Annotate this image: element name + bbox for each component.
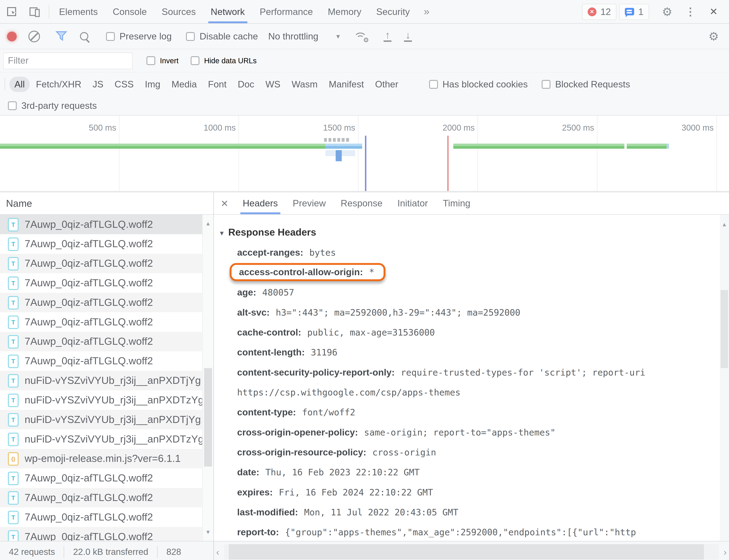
request-row[interactable]: T 7Auwp_0qiz-afTLGLQ.woff2 xyxy=(0,527,203,541)
request-row[interactable]: T 7Auwp_0qiz-afTLGLQ.woff2 xyxy=(0,332,203,351)
third-party-checkbox[interactable] xyxy=(8,101,17,110)
main-tab[interactable]: Memory xyxy=(320,0,369,23)
request-row[interactable]: T nuFiD-vYSZviVYUb_rj3ij__anPXDTzYg xyxy=(0,429,203,449)
throttling-dropdown[interactable]: No throttling ▼ xyxy=(268,31,341,42)
main-tab[interactable]: Console xyxy=(105,0,154,23)
divider xyxy=(5,78,5,90)
detail-tab[interactable]: Response xyxy=(333,192,390,214)
detail-scrollbar[interactable]: ▲ xyxy=(720,215,729,541)
close-detail-icon[interactable]: ✕ xyxy=(214,192,235,214)
network-conditions-icon[interactable]: ⚙ xyxy=(353,31,367,42)
hide-data-urls-label: Hide data URLs xyxy=(204,56,257,65)
issues-badge[interactable]: 1 xyxy=(619,4,649,20)
request-row[interactable]: T 7Auwp_0qiz-afTLGLQ.woff2 xyxy=(0,469,203,488)
error-count-badge[interactable]: ✕ 12 xyxy=(582,4,616,20)
request-row[interactable]: T 7Auwp_0qiz-afTLGLQ.woff2 xyxy=(0,215,203,234)
disable-cache-checkbox[interactable] xyxy=(186,32,195,41)
main-tab[interactable]: Network xyxy=(203,0,252,23)
network-toolbar: Preserve log Disable cache No throttling… xyxy=(0,24,729,49)
response-headers-section-title[interactable]: ▾Response Headers xyxy=(214,222,720,243)
request-row[interactable]: T 7Auwp_0qiz-afTLGLQ.woff2 xyxy=(0,234,203,254)
resource-type-icon: T xyxy=(8,471,19,485)
scroll-up-icon[interactable]: ▲ xyxy=(720,221,729,228)
scroll-left-icon[interactable]: ‹ xyxy=(216,547,219,557)
horizontal-scrollbar[interactable] xyxy=(224,544,719,559)
type-filter-chip[interactable]: All xyxy=(9,76,30,92)
search-button[interactable] xyxy=(73,32,95,40)
scrollbar-thumb[interactable] xyxy=(204,368,212,466)
inspect-element-icon[interactable] xyxy=(0,0,23,23)
header-line: report-to:{"group":"apps-themes","max_ag… xyxy=(237,529,636,537)
request-row[interactable]: T nuFiD-vYSZviVYUb_rj3ij__anPXDTjYg xyxy=(0,371,203,390)
network-settings-gear-icon[interactable]: ⚙ xyxy=(702,30,725,43)
import-har-button[interactable]: ↑ xyxy=(377,31,398,42)
request-name: 7Auwp_0qiz-afTLGLQ.woff2 xyxy=(25,296,153,309)
main-tab[interactable]: Security xyxy=(369,0,417,23)
main-tab[interactable]: Elements xyxy=(52,0,105,23)
request-row[interactable]: T 7Auwp_0qiz-afTLGLQ.woff2 xyxy=(0,293,203,312)
preserve-log-checkbox[interactable] xyxy=(106,32,115,41)
request-name: 7Auwp_0qiz-afTLGLQ.woff2 xyxy=(25,277,153,289)
clear-button[interactable] xyxy=(23,30,45,42)
detail-tab[interactable]: Initiator xyxy=(390,192,435,214)
request-row[interactable]: T 7Auwp_0qiz-afTLGLQ.woff2 xyxy=(0,273,203,293)
hide-data-urls-checkbox[interactable] xyxy=(191,56,199,65)
has-blocked-cookies-checkbox[interactable] xyxy=(429,80,438,89)
invert-checkbox[interactable] xyxy=(146,56,155,65)
scrollbar-thumb[interactable] xyxy=(229,544,704,559)
type-filter-chip[interactable]: Doc xyxy=(233,76,259,92)
request-row[interactable]: {} wp-emoji-release.min.js?ver=6.1.1 xyxy=(0,449,203,469)
request-list-scrollbar[interactable]: ▲ ▼ xyxy=(202,215,213,541)
type-filter-chip[interactable]: JS xyxy=(87,76,108,92)
scroll-up-icon[interactable]: ▲ xyxy=(203,220,213,227)
request-row[interactable]: T 7Auwp_0qiz-afTLGLQ.woff2 xyxy=(0,507,203,527)
type-filter-chip[interactable]: Img xyxy=(140,76,165,92)
type-filter-chip[interactable]: Other xyxy=(370,76,403,92)
request-row[interactable]: T 7Auwp_0qiz-afTLGLQ.woff2 xyxy=(0,312,203,332)
request-name: 7Auwp_0qiz-afTLGLQ.woff2 xyxy=(25,355,153,367)
scroll-down-icon[interactable]: ▼ xyxy=(203,529,213,535)
record-button[interactable] xyxy=(0,31,23,41)
main-tab[interactable]: Sources xyxy=(154,0,203,23)
filter-toggle-button[interactable] xyxy=(50,31,73,42)
detail-tab[interactable]: Timing xyxy=(435,192,478,214)
section-title-text: Response Headers xyxy=(228,227,316,238)
record-icon xyxy=(7,31,17,41)
header-name: cross-origin-resource-policy: xyxy=(237,447,366,457)
request-row[interactable]: T nuFiD-vYSZviVYUb_rj3ij__anPXDTjYg xyxy=(0,410,203,429)
overview-bar-blue xyxy=(325,144,362,149)
type-filter-chip[interactable]: Wasm xyxy=(286,76,323,92)
scrollbar-thumb[interactable] xyxy=(721,290,728,368)
main-tab[interactable]: Performance xyxy=(252,0,320,23)
more-tabs-icon[interactable]: » xyxy=(417,0,436,23)
preserve-log-option: Preserve log xyxy=(106,31,172,42)
request-row[interactable]: T 7Auwp_0qiz-afTLGLQ.woff2 xyxy=(0,351,203,371)
type-filter-chip[interactable]: CSS xyxy=(109,76,139,92)
detail-tab[interactable]: Headers xyxy=(235,192,285,214)
scroll-right-icon[interactable]: › xyxy=(724,547,727,557)
kebab-menu-icon[interactable]: ⋮ xyxy=(679,5,702,18)
header-name: expires: xyxy=(237,487,273,497)
name-column-header[interactable]: Name xyxy=(0,192,213,215)
status-item: 828 xyxy=(157,546,190,558)
export-har-button[interactable]: ↓ xyxy=(398,31,418,42)
network-overview-timeline[interactable]: 500 ms 1000 ms 1500 ms 2000 ms 2500 ms 3… xyxy=(0,116,729,192)
type-filter-chip[interactable]: Manifest xyxy=(324,76,369,92)
type-filter-chip[interactable]: Media xyxy=(166,76,202,92)
request-row[interactable]: T 7Auwp_0qiz-afTLGLQ.woff2 xyxy=(0,488,203,507)
request-row[interactable]: T 7Auwp_0qiz-afTLGLQ.woff2 xyxy=(0,254,203,273)
timeline-tick-label: 1500 ms xyxy=(323,123,355,133)
type-filter-chip[interactable]: Font xyxy=(203,76,232,92)
device-toolbar-icon[interactable] xyxy=(23,0,46,23)
type-filter-chip[interactable]: WS xyxy=(260,76,286,92)
close-devtools-icon[interactable]: ✕ xyxy=(702,6,725,17)
third-party-option: 3rd-party requests xyxy=(8,100,97,111)
blocked-requests-checkbox[interactable] xyxy=(542,80,551,89)
filter-input[interactable] xyxy=(3,52,133,69)
settings-gear-icon[interactable]: ⚙ xyxy=(656,5,679,18)
request-row[interactable]: T nuFiD-vYSZviVYUb_rj3ij__anPXDTzYg xyxy=(0,390,203,410)
resource-type-icon: T xyxy=(8,511,19,524)
request-name: 7Auwp_0qiz-afTLGLQ.woff2 xyxy=(25,238,153,250)
type-filter-chip[interactable]: Fetch/XHR xyxy=(31,76,87,92)
detail-tab[interactable]: Preview xyxy=(285,192,333,214)
